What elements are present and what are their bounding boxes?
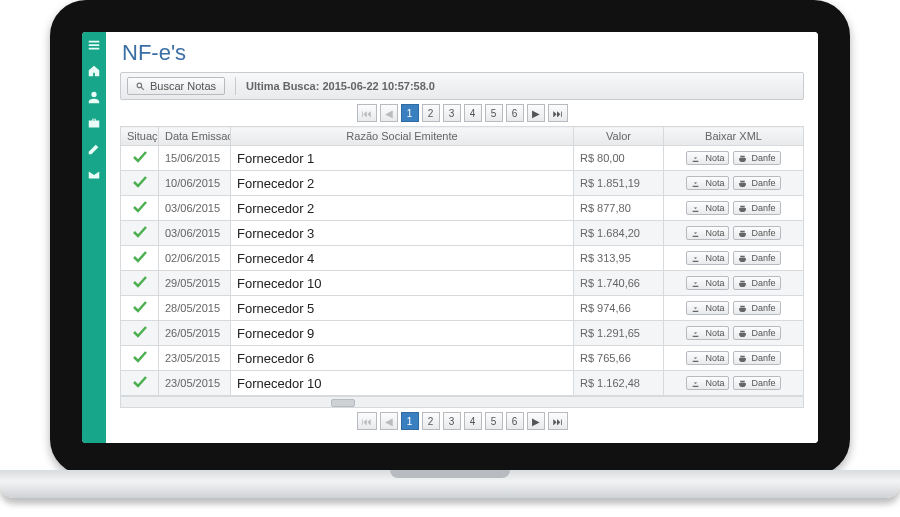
nota-button[interactable]: Nota bbox=[686, 376, 729, 390]
pager-page-5[interactable]: 5 bbox=[485, 412, 503, 430]
pager-first[interactable]: ⏮ bbox=[357, 104, 377, 122]
table-row[interactable]: 26/05/2015Fornecedor 9R$ 1.291,65Nota Da… bbox=[121, 321, 804, 346]
table-row[interactable]: 02/06/2015Fornecedor 4R$ 313,95Nota Danf… bbox=[121, 246, 804, 271]
pager-first[interactable]: ⏮ bbox=[357, 412, 377, 430]
download-icon bbox=[691, 179, 700, 188]
nota-label: Nota bbox=[705, 328, 724, 338]
pager-page-2[interactable]: 2 bbox=[422, 412, 440, 430]
cell-data-emissao: 28/05/2015 bbox=[159, 296, 231, 321]
pager-last[interactable]: ⏭ bbox=[548, 412, 568, 430]
cell-baixar-xml: Nota Danfe bbox=[664, 146, 804, 171]
buscar-notas-label: Buscar Notas bbox=[150, 80, 216, 92]
pager-page-5[interactable]: 5 bbox=[485, 104, 503, 122]
cell-valor: R$ 1.851,19 bbox=[574, 171, 664, 196]
danfe-button[interactable]: Danfe bbox=[733, 351, 781, 365]
pager-prev[interactable]: ◀ bbox=[380, 104, 398, 122]
nfe-table: Situação Data Emissao Razão Social Emite… bbox=[120, 126, 804, 396]
pager-last[interactable]: ⏭ bbox=[548, 104, 568, 122]
col-valor[interactable]: Valor bbox=[574, 127, 664, 146]
pager-page-4[interactable]: 4 bbox=[464, 412, 482, 430]
danfe-button[interactable]: Danfe bbox=[733, 226, 781, 240]
nota-button[interactable]: Nota bbox=[686, 226, 729, 240]
screen: NF-e's Buscar Notas Ultima Busca: 2015-0… bbox=[82, 32, 818, 443]
cell-razao-social: Fornecedor 10 bbox=[231, 371, 574, 396]
nota-button[interactable]: Nota bbox=[686, 276, 729, 290]
cell-razao-social: Fornecedor 2 bbox=[231, 196, 574, 221]
cell-baixar-xml: Nota Danfe bbox=[664, 296, 804, 321]
danfe-button[interactable]: Danfe bbox=[733, 201, 781, 215]
mail-icon[interactable] bbox=[87, 168, 101, 182]
cell-baixar-xml: Nota Danfe bbox=[664, 321, 804, 346]
danfe-button[interactable]: Danfe bbox=[733, 176, 781, 190]
device-frame: NF-e's Buscar Notas Ultima Busca: 2015-0… bbox=[50, 0, 850, 475]
danfe-button[interactable]: Danfe bbox=[733, 151, 781, 165]
pager-page-3[interactable]: 3 bbox=[443, 412, 461, 430]
nota-button[interactable]: Nota bbox=[686, 326, 729, 340]
pager-page-3[interactable]: 3 bbox=[443, 104, 461, 122]
pager-page-1[interactable]: 1 bbox=[401, 104, 419, 122]
nota-button[interactable]: Nota bbox=[686, 176, 729, 190]
pager-next[interactable]: ▶ bbox=[527, 104, 545, 122]
nota-button[interactable]: Nota bbox=[686, 151, 729, 165]
nota-button[interactable]: Nota bbox=[686, 251, 729, 265]
cell-valor: R$ 1.291,65 bbox=[574, 321, 664, 346]
cell-valor: R$ 1.162,48 bbox=[574, 371, 664, 396]
table-row[interactable]: 23/05/2015Fornecedor 6R$ 765,66Nota Danf… bbox=[121, 346, 804, 371]
horizontal-scrollbar[interactable] bbox=[120, 396, 804, 408]
briefcase-icon[interactable] bbox=[87, 116, 101, 130]
pager-page-2[interactable]: 2 bbox=[422, 104, 440, 122]
col-baixar-xml[interactable]: Baixar XML bbox=[664, 127, 804, 146]
nota-label: Nota bbox=[705, 203, 724, 213]
cell-data-emissao: 02/06/2015 bbox=[159, 246, 231, 271]
col-data-emissao[interactable]: Data Emissao bbox=[159, 127, 231, 146]
home-icon[interactable] bbox=[87, 64, 101, 78]
download-icon bbox=[691, 229, 700, 238]
nota-label: Nota bbox=[705, 178, 724, 188]
user-icon[interactable] bbox=[87, 90, 101, 104]
danfe-label: Danfe bbox=[752, 378, 776, 388]
danfe-button[interactable]: Danfe bbox=[733, 301, 781, 315]
col-razao-social[interactable]: Razão Social Emitente bbox=[231, 127, 574, 146]
download-icon bbox=[691, 329, 700, 338]
table-row[interactable]: 29/05/2015Fornecedor 10R$ 1.740,66Nota D… bbox=[121, 271, 804, 296]
cell-data-emissao: 26/05/2015 bbox=[159, 321, 231, 346]
cell-data-emissao: 03/06/2015 bbox=[159, 196, 231, 221]
danfe-button[interactable]: Danfe bbox=[733, 276, 781, 290]
col-situacao[interactable]: Situação bbox=[121, 127, 159, 146]
table-row[interactable]: 03/06/2015Fornecedor 2R$ 877,80Nota Danf… bbox=[121, 196, 804, 221]
cell-baixar-xml: Nota Danfe bbox=[664, 371, 804, 396]
print-icon bbox=[738, 229, 747, 238]
nota-button[interactable]: Nota bbox=[686, 201, 729, 215]
cell-valor: R$ 80,00 bbox=[574, 146, 664, 171]
pencil-icon[interactable] bbox=[87, 142, 101, 156]
check-icon bbox=[132, 174, 148, 190]
pager-page-1[interactable]: 1 bbox=[401, 412, 419, 430]
pager-page-4[interactable]: 4 bbox=[464, 104, 482, 122]
cell-data-emissao: 29/05/2015 bbox=[159, 271, 231, 296]
cell-situacao bbox=[121, 221, 159, 246]
check-icon bbox=[132, 274, 148, 290]
cell-valor: R$ 877,80 bbox=[574, 196, 664, 221]
ultima-busca-label: Ultima Busca: 2015-06-22 10:57:58.0 bbox=[246, 80, 435, 92]
pager-page-6[interactable]: 6 bbox=[506, 412, 524, 430]
table-row[interactable]: 03/06/2015Fornecedor 3R$ 1.684,20Nota Da… bbox=[121, 221, 804, 246]
pager-page-6[interactable]: 6 bbox=[506, 104, 524, 122]
danfe-button[interactable]: Danfe bbox=[733, 376, 781, 390]
danfe-button[interactable]: Danfe bbox=[733, 326, 781, 340]
check-icon bbox=[132, 299, 148, 315]
menu-icon[interactable] bbox=[87, 38, 101, 52]
table-row[interactable]: 23/05/2015Fornecedor 10R$ 1.162,48Nota D… bbox=[121, 371, 804, 396]
nota-button[interactable]: Nota bbox=[686, 301, 729, 315]
table-row[interactable]: 28/05/2015Fornecedor 5R$ 974,66Nota Danf… bbox=[121, 296, 804, 321]
print-icon bbox=[738, 154, 747, 163]
danfe-button[interactable]: Danfe bbox=[733, 251, 781, 265]
nota-label: Nota bbox=[705, 253, 724, 263]
download-icon bbox=[691, 379, 700, 388]
nota-button[interactable]: Nota bbox=[686, 351, 729, 365]
table-row[interactable]: 10/06/2015Fornecedor 2R$ 1.851,19Nota Da… bbox=[121, 171, 804, 196]
pager-prev[interactable]: ◀ bbox=[380, 412, 398, 430]
pager-next[interactable]: ▶ bbox=[527, 412, 545, 430]
svg-line-1 bbox=[141, 87, 144, 90]
table-row[interactable]: 15/06/2015Fornecedor 1R$ 80,00Nota Danfe bbox=[121, 146, 804, 171]
buscar-notas-button[interactable]: Buscar Notas bbox=[127, 77, 225, 95]
